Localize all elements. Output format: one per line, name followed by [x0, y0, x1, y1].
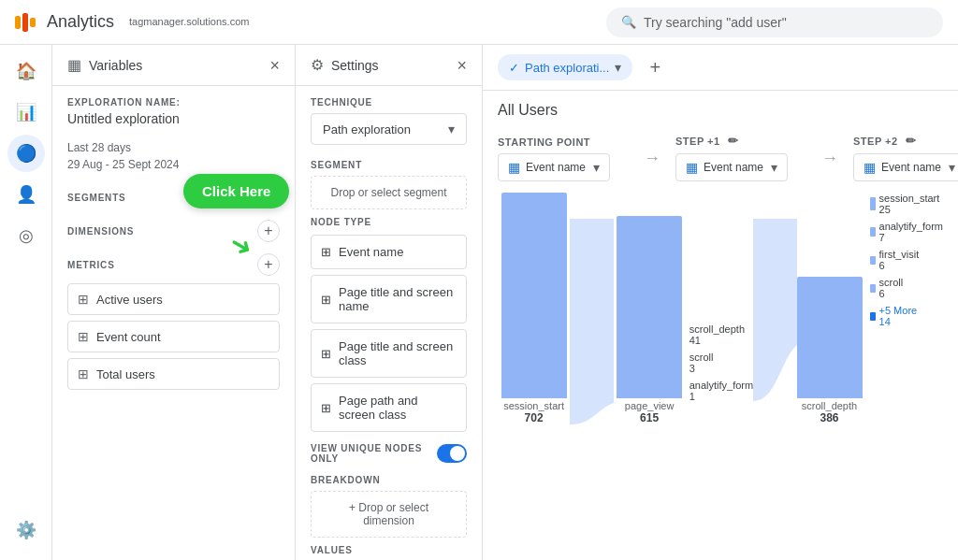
segment-label: SEGMENT [311, 160, 467, 170]
node-type-icon-2: ⊞ [321, 293, 331, 307]
bar-scroll-depth[interactable]: scroll_depth 386 [797, 277, 863, 424]
content-header: ✓ Path explorati... ▾ + [483, 45, 958, 91]
step-2-edit-icon[interactable]: ✏ [906, 134, 917, 148]
step-2-value: Event name [881, 161, 941, 174]
step1-sub-labels: scroll_depth 41 scroll 3 analytify_form … [689, 323, 753, 424]
step-2-dropdown[interactable]: ▦ Event name ▾ [853, 153, 958, 181]
bar-scroll-depth-bar [797, 277, 863, 398]
step-1-col: STEP +1 ✏ ▦ Event name ▾ [675, 134, 806, 181]
node-type-page-title-screen-name-label: Page title and screen name [339, 285, 457, 313]
view-unique-toggle[interactable] [437, 444, 467, 463]
left-nav: 🏠 📊 🔵 👤 ◎ ⚙️ [0, 45, 52, 560]
metric-active-users[interactable]: ⊞ Active users [67, 283, 280, 315]
click-here-bubble: Click Here [183, 174, 289, 208]
settings-close-button[interactable]: × [457, 57, 467, 74]
metrics-label: METRICS [67, 260, 115, 270]
breakdown-drop-zone[interactable]: + Drop or select dimension [311, 491, 467, 538]
nav-reports[interactable]: 📊 [7, 93, 45, 131]
settings-panel: ⚙ Settings × TECHNIQUE Path exploration … [296, 45, 483, 560]
logo-bar-3 [30, 18, 36, 27]
node-type-label: NODE TYPE [311, 217, 467, 227]
step-1-icon: ▦ [686, 160, 698, 175]
nav-home[interactable]: 🏠 [7, 52, 45, 90]
bar-page-view-label: page_view [625, 400, 675, 411]
nav-settings[interactable]: ⚙️ [7, 511, 45, 549]
logo [15, 13, 36, 32]
chart-area: session_start 702 page_view 615 [498, 193, 943, 424]
metric-total-users[interactable]: ⊞ Total users [67, 358, 280, 390]
metric-active-users-label: Active users [96, 293, 163, 307]
starting-point-value: Event name [526, 161, 586, 174]
arrow-2: → [821, 149, 838, 174]
all-users-title: All Users [483, 91, 958, 126]
settings-panel-header: ⚙ Settings × [296, 45, 482, 86]
node-type-page-title-screen-class[interactable]: ⊞ Page title and screen class [311, 329, 467, 378]
node-type-page-title-screen-name[interactable]: ⊞ Page title and screen name [311, 275, 467, 323]
step-1-label: STEP +1 ✏ [675, 134, 738, 148]
variables-close-button[interactable]: × [269, 57, 280, 74]
side-bar-3 [870, 256, 876, 265]
add-metric-button[interactable]: + [257, 253, 280, 276]
side-label-scroll: scroll 6 [870, 277, 943, 299]
search-bar[interactable]: 🔍 Try searching "add user" [606, 7, 943, 37]
metric-grid-icon-3: ⊞ [78, 366, 89, 381]
node-type-event-name[interactable]: ⊞ Event name [311, 235, 467, 269]
step-2-col: STEP +2 ✏ ▦ Event name ▾ [853, 134, 958, 181]
side-bar-1 [870, 197, 876, 210]
starting-point-label: STARTING POINT [498, 136, 590, 148]
settings-panel-title: ⚙ Settings [311, 56, 379, 74]
side-bar-5 [870, 312, 876, 321]
bar-scroll-depth-count: 386 [820, 411, 839, 424]
metrics-section-header: METRICS + [67, 253, 280, 276]
add-tab-button[interactable]: + [640, 52, 670, 82]
node-type-event-name-label: Event name [339, 245, 403, 259]
settings-body: TECHNIQUE Path exploration ▾ SEGMENT Dro… [296, 86, 482, 560]
logo-bar-2 [22, 13, 28, 32]
bar-page-view-bar [617, 216, 682, 398]
date-range-value: 29 Aug - 25 Sept 2024 [67, 158, 280, 171]
values-label: VALUES [311, 545, 467, 555]
step-1-dropdown[interactable]: ▦ Event name ▾ [675, 153, 788, 181]
starting-point-chevron: ▾ [593, 160, 600, 175]
sub-label-analytify: analytify_form 1 [689, 380, 753, 402]
segment-drop-zone[interactable]: Drop or select segment [311, 176, 467, 209]
dimensions-label: DIMENSIONS [67, 226, 134, 237]
side-label-analytify-form: analytify_form 7 [870, 221, 943, 243]
sankey-svg-2 [753, 219, 796, 424]
nav-advertising[interactable]: 👤 [7, 176, 45, 213]
starting-point-dropdown[interactable]: ▦ Event name ▾ [498, 153, 610, 181]
variables-icon: ▦ [67, 56, 81, 74]
metric-grid-icon-2: ⊞ [78, 329, 89, 344]
bar-page-view[interactable]: page_view 615 [614, 216, 686, 424]
side-label-more[interactable]: +5 More 14 [870, 305, 943, 327]
step-1-chevron: ▾ [771, 160, 777, 175]
bar-session-start-label: session_start [503, 400, 564, 411]
starting-point-icon: ▦ [508, 160, 520, 175]
technique-select[interactable]: Path exploration ▾ [311, 113, 467, 145]
metric-total-users-label: Total users [96, 367, 155, 381]
metric-event-count-label: Event count [96, 330, 161, 344]
node-type-icon-1: ⊞ [321, 245, 331, 259]
step-1-edit-icon[interactable]: ✏ [728, 134, 739, 148]
step-2-chevron: ▾ [949, 160, 955, 175]
top-header: Analytics tagmanager.solutions.com 🔍 Try… [0, 0, 958, 45]
bar-page-view-count: 615 [640, 411, 659, 424]
exploration-name-label: EXPLORATION NAME: [67, 97, 280, 108]
bar-session-start[interactable]: session_start 702 [498, 193, 570, 424]
nav-configure[interactable]: ◎ [7, 217, 45, 254]
step-1-value: Event name [704, 161, 763, 174]
tab-label: Path explorati... [525, 61, 609, 75]
variables-panel-title: ▦ Variables [67, 56, 142, 74]
sankey-flow-1 [570, 219, 613, 424]
add-dimension-button[interactable]: + Click Here ➜ [257, 220, 280, 242]
metric-event-count[interactable]: ⊞ Event count [67, 321, 280, 352]
sankey-flow-2 [753, 219, 796, 424]
segments-label: SEGMENTS [67, 193, 126, 203]
nav-explore[interactable]: 🔵 [7, 135, 45, 172]
node-type-icon-4: ⊞ [321, 401, 331, 415]
side-label-session-start: session_start 25 [870, 193, 943, 215]
path-exploration-tab[interactable]: ✓ Path explorati... ▾ [498, 54, 632, 80]
node-type-page-path-screen-class[interactable]: ⊞ Page path and screen class [311, 383, 467, 432]
side-bar-2 [870, 227, 876, 237]
settings-icon: ⚙ [311, 56, 324, 74]
